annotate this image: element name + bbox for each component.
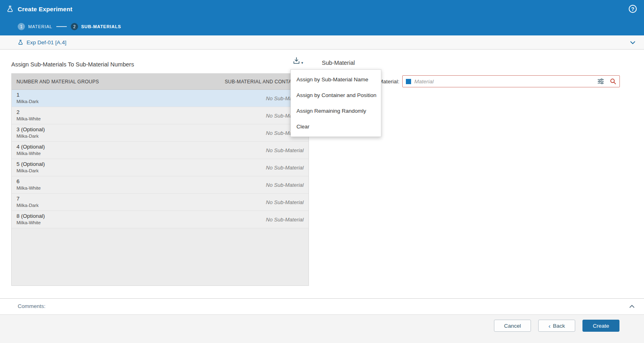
flask-icon-small	[18, 39, 23, 45]
row-submaterial-value: No Sub-Material	[266, 199, 304, 205]
cancel-button[interactable]: Cancel	[494, 320, 531, 332]
back-button-label: Back	[553, 323, 565, 329]
assign-import-icon	[292, 57, 300, 65]
row-material-group: Milka-White	[16, 116, 41, 122]
help-button[interactable]: ?	[629, 5, 637, 13]
row-material-group: Milka-White	[16, 185, 41, 191]
table-body: 1Milka-DarkNo Sub-Material2Milka-WhiteNo…	[12, 90, 309, 228]
table-row[interactable]: 8 (Optional)Milka-WhiteNo Sub-Material	[12, 211, 309, 228]
section-heading: Assign Sub-Materials To Sub-Material Num…	[11, 61, 134, 68]
search-icon[interactable]	[610, 78, 616, 85]
step-1-circle: 1	[18, 23, 25, 30]
row-number: 5 (Optional)	[16, 161, 45, 168]
row-material-group: Milka-White	[16, 220, 45, 225]
chevron-up-icon[interactable]	[629, 303, 635, 310]
table-row[interactable]: 2Milka-WhiteNo Sub-Material	[12, 107, 309, 124]
flask-icon	[6, 5, 14, 12]
row-material-group: Milka-Dark	[16, 168, 45, 174]
material-search-field[interactable]	[402, 75, 620, 87]
row-material-group: Milka-Dark	[16, 202, 39, 208]
row-number-group: 2Milka-White	[16, 109, 41, 122]
table-row[interactable]: 7Milka-DarkNo Sub-Material	[12, 194, 309, 211]
table-row[interactable]: 5 (Optional)Milka-DarkNo Sub-Material	[12, 159, 309, 176]
row-submaterial-value: No Sub-Material	[266, 182, 304, 188]
row-number-group: 3 (Optional)Milka-Dark	[16, 126, 45, 139]
menu-item[interactable]: Assign by Container and Position	[291, 87, 381, 103]
wizard-stepper: 1 MATERIAL 2 SUB-MATERIALS	[0, 18, 644, 35]
step-2-label: SUB-MATERIALS	[81, 24, 121, 29]
material-input[interactable]	[414, 79, 597, 85]
table-row[interactable]: 6Milka-WhiteNo Sub-Material	[12, 176, 309, 194]
assign-menu: Assign by Sub-Material NameAssign by Con…	[290, 69, 381, 137]
row-material-group: Milka-Dark	[16, 133, 45, 139]
row-material-group: Milka-Dark	[16, 99, 39, 104]
row-number: 3 (Optional)	[16, 126, 45, 133]
material-color-swatch	[406, 79, 411, 84]
row-number-group: 8 (Optional)Milka-White	[16, 213, 45, 225]
create-experiment-dialog: Create Experiment ? 1 MATERIAL 2 SUB-MAT…	[0, 0, 644, 343]
row-number: 7	[16, 196, 39, 202]
step-1-label: MATERIAL	[28, 24, 52, 29]
comments-toggle[interactable]: Comments:	[0, 298, 644, 314]
row-number: 8 (Optional)	[16, 213, 45, 220]
chevron-left-icon: ‹	[548, 323, 550, 329]
comments-label: Comments:	[18, 303, 45, 309]
chevron-down-icon[interactable]	[630, 39, 636, 46]
menu-item[interactable]: Assign by Sub-Material Name	[291, 72, 381, 87]
footer-bar: Cancel ‹ Back Create	[0, 314, 644, 343]
table-header-row: NUMBER AND MATERIAL GROUPS SUB-MATERIAL …	[12, 74, 309, 90]
caret-down-icon: ▾	[301, 61, 303, 65]
row-number: 1	[16, 92, 39, 99]
row-number: 2	[16, 109, 41, 116]
row-submaterial-value: No Sub-Material	[266, 217, 304, 223]
exp-def-label: Exp Def-01 [A.4]	[27, 39, 66, 45]
sub-material-title: Sub-Material	[322, 60, 355, 66]
row-number: 4 (Optional)	[16, 144, 45, 151]
row-number-group: 7Milka-Dark	[16, 196, 39, 208]
row-submaterial-value: No Sub-Material	[266, 147, 304, 153]
menu-item[interactable]: Assign Remaining Randomly	[291, 103, 381, 119]
column-header-number-groups: NUMBER AND MATERIAL GROUPS	[16, 79, 99, 85]
row-number: 6	[16, 178, 41, 185]
row-number-group: 6Milka-White	[16, 178, 41, 191]
row-material-group: Milka-White	[16, 151, 45, 156]
step-material[interactable]: 1 MATERIAL	[18, 23, 52, 30]
back-button[interactable]: ‹ Back	[538, 320, 575, 332]
table-row[interactable]: 1Milka-DarkNo Sub-Material	[12, 90, 309, 107]
page-title: Create Experiment	[18, 6, 72, 12]
filter-sliders-icon[interactable]	[597, 78, 604, 85]
exp-def-bar[interactable]: Exp Def-01 [A.4]	[0, 35, 644, 50]
step-connector	[56, 26, 67, 27]
create-button[interactable]: Create	[582, 320, 619, 332]
sub-material-table: NUMBER AND MATERIAL GROUPS SUB-MATERIAL …	[11, 73, 309, 286]
row-number-group: 4 (Optional)Milka-White	[16, 144, 45, 156]
dialog-header: Create Experiment ?	[0, 0, 644, 18]
step-sub-materials[interactable]: 2 SUB-MATERIALS	[71, 23, 121, 30]
row-submaterial-value: No Sub-Material	[266, 165, 304, 171]
table-row[interactable]: 3 (Optional)Milka-DarkNo Sub-Material	[12, 124, 309, 142]
assign-menu-button[interactable]: ▾	[292, 57, 303, 65]
menu-item[interactable]: Clear	[291, 119, 381, 134]
row-number-group: 1Milka-Dark	[16, 92, 39, 104]
step-2-circle: 2	[71, 23, 78, 30]
table-row[interactable]: 4 (Optional)Milka-WhiteNo Sub-Material	[12, 142, 309, 159]
row-number-group: 5 (Optional)Milka-Dark	[16, 161, 45, 174]
